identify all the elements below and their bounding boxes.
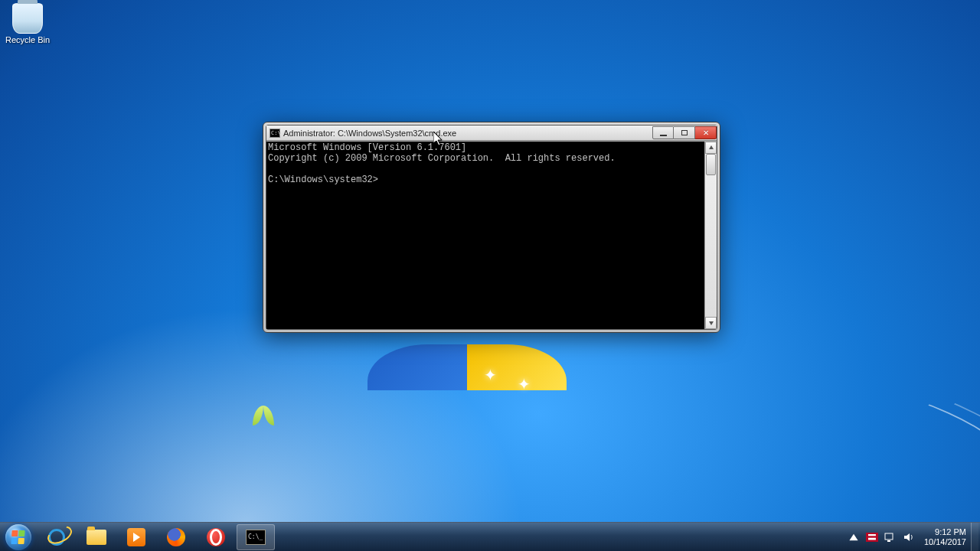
taskbar-pin-opera[interactable]	[197, 524, 235, 550]
cmd-icon	[246, 530, 266, 545]
folder-icon	[87, 530, 106, 545]
window-titlebar[interactable]: Administrator: C:\Windows\System32\cmd.e…	[266, 126, 717, 141]
taskbar-pin-mediaplayer[interactable]	[117, 524, 155, 550]
firefox-icon	[167, 528, 185, 546]
window-title: Administrator: C:\Windows\System32\cmd.e…	[283, 129, 456, 138]
close-icon: ✕	[703, 129, 709, 137]
recycle-bin-icon[interactable]: Recycle Bin	[5, 3, 51, 44]
system-tray: 9:12 PM 10/14/2017	[844, 523, 980, 552]
cmd-icon	[270, 129, 280, 138]
taskbar-pin-firefox[interactable]	[157, 524, 195, 550]
scroll-down-button[interactable]	[705, 317, 717, 329]
svg-rect-0	[885, 533, 893, 540]
play-icon	[127, 528, 145, 546]
recycle-bin-label: Recycle Bin	[5, 35, 51, 44]
taskbar[interactable]: 9:12 PM 10/14/2017	[0, 522, 980, 551]
desktop-wallpaper[interactable]: ✦ ✦ Recycle Bin Administrator: C:\Window…	[0, 0, 980, 551]
terminal-output[interactable]: Microsoft Windows [Version 6.1.7601] Cop…	[266, 142, 704, 329]
cmd-window[interactable]: Administrator: C:\Windows\System32\cmd.e…	[263, 122, 720, 333]
flag-icon	[866, 533, 878, 542]
start-orb-icon	[5, 524, 31, 550]
terminal-line: Copyright (c) 2009 Microsoft Corporation…	[268, 153, 616, 164]
minimize-icon	[660, 135, 667, 136]
terminal-prompt: C:\Windows\system32>	[268, 174, 378, 185]
start-button[interactable]	[0, 523, 37, 552]
taskbar-pin-ie[interactable]	[38, 524, 76, 550]
tray-overflow-button[interactable]	[847, 530, 861, 544]
vertical-scrollbar[interactable]	[704, 142, 717, 329]
scrollbar-track[interactable]	[705, 154, 717, 317]
taskbar-running-cmd[interactable]	[237, 524, 275, 550]
trash-icon	[12, 3, 43, 34]
taskbar-pin-explorer[interactable]	[77, 524, 116, 550]
network-icon	[884, 532, 897, 543]
clock-date: 10/14/2017	[924, 537, 966, 547]
tray-volume-icon[interactable]	[902, 530, 916, 544]
tray-action-center-icon[interactable]	[865, 530, 879, 544]
wallpaper-sparkle: ✦	[518, 375, 531, 393]
maximize-button[interactable]	[674, 126, 695, 139]
clock-time: 9:12 PM	[924, 527, 966, 537]
wallpaper-decoration	[253, 406, 283, 436]
chevron-up-icon	[708, 145, 714, 151]
close-button[interactable]: ✕	[695, 126, 717, 139]
chevron-up-icon	[848, 532, 859, 543]
show-desktop-button[interactable]	[971, 523, 978, 552]
internet-explorer-icon	[48, 529, 65, 546]
terminal-line: Microsoft Windows [Version 6.1.7601]	[268, 142, 466, 153]
minimize-button[interactable]	[652, 126, 674, 139]
maximize-icon	[681, 130, 688, 135]
speaker-icon	[903, 532, 914, 543]
wallpaper-sparkle: ✦	[484, 366, 497, 384]
taskbar-clock[interactable]: 9:12 PM 10/14/2017	[924, 527, 966, 547]
tray-network-icon[interactable]	[884, 530, 897, 544]
scrollbar-thumb[interactable]	[706, 154, 716, 175]
scroll-up-button[interactable]	[705, 142, 717, 154]
svg-rect-1	[887, 540, 890, 542]
chevron-down-icon	[708, 320, 714, 326]
opera-icon	[207, 528, 225, 546]
